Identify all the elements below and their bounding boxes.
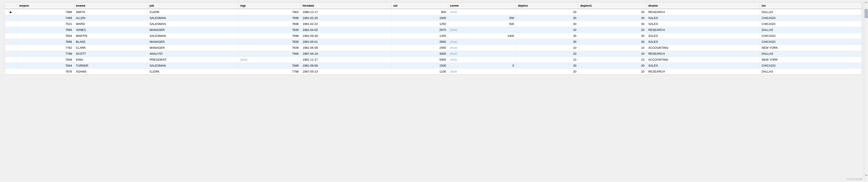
cell-sal: 2975	[391, 27, 448, 33]
cell-hiredate: 1981-02-22	[301, 21, 391, 27]
table-row[interactable]: 7566JONESMANAGER78391981-04-022975(Null)…	[5, 27, 862, 33]
table-row[interactable]: 7782CLARKMANAGER78391981-06-092450(Null)…	[5, 45, 862, 51]
col-header-hiredate[interactable]: hiredate	[301, 2, 391, 9]
cell-comm: 300	[448, 15, 516, 21]
cell-comm: (Null)	[448, 39, 516, 45]
cell-dname: SALES	[646, 21, 760, 27]
cell-loc: CHICAGO	[760, 21, 862, 27]
table-row[interactable]: ▶7369SMITHCLERK79021980-12-17800(Null)20…	[5, 9, 862, 15]
cell-sal: 2850	[391, 39, 448, 45]
cell-loc: DALLAS	[760, 51, 862, 57]
cell-loc: NEW YORK	[760, 45, 862, 51]
cell-empno: 7782	[17, 45, 74, 51]
cell-dname: SALES	[646, 39, 760, 45]
cell-deptno1: 20	[579, 69, 647, 75]
cell-ename: WARD	[74, 21, 148, 27]
cell-comm: 0	[448, 63, 516, 69]
table-row[interactable]: 7876ADAMSCLERK77881987-05-231100(Null)20…	[5, 69, 862, 75]
cell-sal: 1250	[391, 33, 448, 39]
col-header-comm[interactable]: comm	[448, 2, 516, 9]
cell-empno: 7521	[17, 21, 74, 27]
table-row[interactable]: 7839KINGPRESIDENT(Null)1981-11-175000(Nu…	[5, 57, 862, 63]
cell-deptno1: 10	[579, 57, 647, 63]
cell-dname: RESEARCH	[646, 51, 760, 57]
cell-deptno1: 30	[579, 21, 647, 27]
cell-deptno: 30	[516, 39, 579, 45]
cell-comm: (Null)	[448, 51, 516, 57]
header-row: empno ename job mgr hiredate sal comm de…	[5, 2, 862, 9]
cell-empno: 7876	[17, 69, 74, 75]
cell-ename: JONES	[74, 27, 148, 33]
cell-loc: DALLAS	[760, 69, 862, 75]
cell-mgr: 7902	[238, 9, 301, 15]
cell-job: SALESMAN	[148, 15, 239, 21]
table-row[interactable]: 7844TURNERSALESMAN76981981-09-0815000303…	[5, 63, 862, 69]
cell-comm: (Null)	[448, 27, 516, 33]
cell-deptno: 10	[516, 57, 579, 63]
col-header-loc[interactable]: loc	[760, 2, 862, 9]
cell-hiredate: 1981-09-08	[301, 63, 391, 69]
col-header-deptno[interactable]: deptno	[516, 2, 579, 9]
table-row[interactable]: 7698BLAKEMANAGER78391981-05-012850(Null)…	[5, 39, 862, 45]
cell-empno: 7844	[17, 63, 74, 69]
cell-loc: NEW YORK	[760, 57, 862, 63]
cell-job: MANAGER	[148, 45, 239, 51]
cell-ename: ALLEN	[74, 15, 148, 21]
table-row[interactable]: 7521WARDSALESMAN76981981-02-221250500303…	[5, 21, 862, 27]
cell-hiredate: 1981-04-02	[301, 27, 391, 33]
col-header-deptno1[interactable]: deptno1	[579, 2, 647, 9]
cell-comm: (Null)	[448, 45, 516, 51]
cell-sal: 3000	[391, 51, 448, 57]
data-grid: empno ename job mgr hiredate sal comm de…	[5, 2, 862, 75]
col-header-dname[interactable]: dname	[646, 2, 760, 9]
cell-ename: TURNER	[74, 63, 148, 69]
row-indicator-cell	[5, 21, 17, 27]
cell-mgr: 7698	[238, 21, 301, 27]
cell-deptno1: 20	[579, 27, 647, 33]
table-row[interactable]: 7499ALLENSALESMAN76981981-02-20160030030…	[5, 15, 862, 21]
cell-hiredate: 1987-05-23	[301, 69, 391, 75]
cell-sal: 2450	[391, 45, 448, 51]
cell-comm: (Null)	[448, 9, 516, 15]
col-header-ename[interactable]: ename	[74, 2, 148, 9]
cell-mgr: 7788	[238, 69, 301, 75]
cell-deptno: 20	[516, 51, 579, 57]
cell-job: ANALYST	[148, 51, 239, 57]
cell-dname: RESEARCH	[646, 69, 760, 75]
table-row[interactable]: 7788SCOTTANALYST75661987-04-193000(Null)…	[5, 51, 862, 57]
cell-deptno: 10	[516, 45, 579, 51]
cell-hiredate: 1981-09-28	[301, 33, 391, 39]
cell-loc: DALLAS	[760, 9, 862, 15]
table-row[interactable]: 7654MARTINSALESMAN76981981-09-2812501400…	[5, 33, 862, 39]
result-table: empno ename job mgr hiredate sal comm de…	[5, 2, 862, 75]
scroll-up-icon[interactable]: ▲	[865, 0, 867, 4]
row-indicator-cell	[5, 63, 17, 69]
col-header-empno[interactable]: empno	[17, 2, 74, 9]
cell-hiredate: 1981-05-01	[301, 39, 391, 45]
cell-job: SALESMAN	[148, 63, 239, 69]
cell-deptno1: 30	[579, 39, 647, 45]
cell-deptno1: 20	[579, 9, 647, 15]
row-indicator-cell	[5, 57, 17, 63]
col-header-mgr[interactable]: mgr	[238, 2, 301, 9]
cell-hiredate: 1981-02-20	[301, 15, 391, 21]
cell-loc: CHICAGO	[760, 39, 862, 45]
cell-deptno1: 30	[579, 63, 647, 69]
cell-job: SALESMAN	[148, 21, 239, 27]
col-header-sal[interactable]: sal	[391, 2, 448, 9]
cell-loc: DALLAS	[760, 27, 862, 33]
cell-dname: SALES	[646, 15, 760, 21]
cell-job: SALESMAN	[148, 33, 239, 39]
cell-deptno: 20	[516, 27, 579, 33]
scroll-down-icon[interactable]: ▼	[865, 173, 867, 177]
col-header-job[interactable]: job	[148, 2, 239, 9]
row-indicator-cell	[5, 39, 17, 45]
cell-ename: MARTIN	[74, 33, 148, 39]
cell-sal: 800	[391, 9, 448, 15]
cell-mgr: 7839	[238, 39, 301, 45]
row-indicator-cell	[5, 27, 17, 33]
cell-ename: SCOTT	[74, 51, 148, 57]
scrollbar[interactable]: ▲ ▼	[864, 0, 868, 182]
scrollbar-thumb[interactable]	[865, 9, 868, 18]
cell-ename: BLAKE	[74, 39, 148, 45]
